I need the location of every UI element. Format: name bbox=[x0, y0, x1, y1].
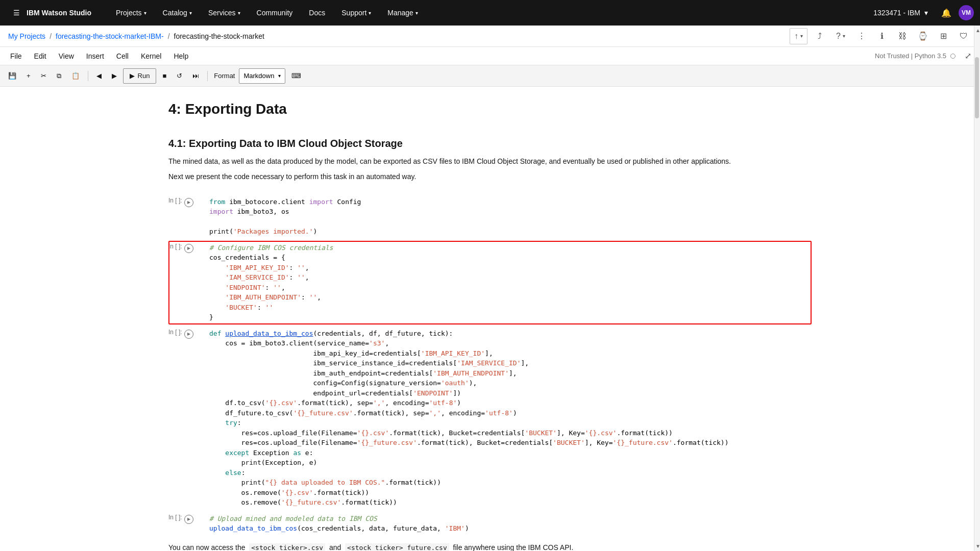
menu-insert[interactable]: Insert bbox=[80, 47, 110, 65]
hamburger-menu-button[interactable]: ☰ bbox=[6, 0, 27, 26]
restart-button[interactable]: ↺ bbox=[173, 68, 186, 84]
top-nav-menu: Projects ▾ Catalog ▾ Services ▾ Communit… bbox=[108, 0, 867, 26]
code-block-4[interactable]: # Upload mined and modeled data to IBM C… bbox=[204, 512, 812, 536]
help-button[interactable]: ? ▾ bbox=[832, 28, 849, 44]
nav-projects[interactable]: Projects ▾ bbox=[108, 0, 155, 26]
copy-icon: ⧉ bbox=[57, 72, 61, 80]
notebook-content: 4: Exporting Data 4.1: Exporting Data to… bbox=[138, 97, 842, 551]
chevron-down-icon: ▾ bbox=[278, 73, 281, 79]
scrollbar-thumb[interactable] bbox=[975, 57, 979, 118]
code-block-1[interactable]: from ibm_botocore.client import Config i… bbox=[204, 195, 812, 239]
history-button[interactable]: ⌚ bbox=[915, 28, 931, 44]
step-forward-button[interactable]: ▶ bbox=[108, 68, 121, 84]
chevron-down-icon: ▾ bbox=[369, 10, 371, 16]
cut-cell-button[interactable]: ✂ bbox=[37, 68, 51, 84]
share-button[interactable]: ⤴ bbox=[812, 28, 828, 44]
step-back-button[interactable]: ◀ bbox=[92, 68, 106, 84]
nav-manage[interactable]: Manage ▾ bbox=[379, 0, 426, 26]
footer-text: You can now access the <stock ticker>.cs… bbox=[168, 542, 812, 551]
run-all-button[interactable]: ⏭ bbox=[188, 68, 203, 84]
cell-label-text: In [ ]: bbox=[168, 243, 182, 250]
scroll-down-button[interactable]: ▼ bbox=[975, 543, 980, 549]
chevron-down-icon: ▾ bbox=[924, 9, 928, 17]
copy-cell-button[interactable]: ⧉ bbox=[53, 68, 65, 84]
upload-button[interactable]: ↑ ▾ bbox=[790, 28, 807, 44]
menu-kernel[interactable]: Kernel bbox=[135, 47, 167, 65]
kernel-status-indicator bbox=[950, 54, 955, 59]
add-cell-button[interactable]: + bbox=[22, 68, 35, 84]
description-para2: Next we present the code necessary to pe… bbox=[168, 171, 812, 182]
notification-bell-button[interactable]: 🔔 bbox=[936, 0, 957, 26]
cell-label-1: In [ ]: bbox=[168, 195, 204, 207]
more-options-button[interactable]: ⋮ bbox=[853, 28, 870, 44]
keyboard-shortcut-button[interactable]: ⌨ bbox=[287, 68, 305, 84]
breadcrumb-separator: / bbox=[50, 32, 52, 40]
code-cell-2: In [ ]: # Configure IBM COS credentials … bbox=[168, 241, 812, 324]
cell-label-text: In [ ]: bbox=[168, 329, 182, 336]
toolbar-separator bbox=[88, 71, 88, 81]
nav-support[interactable]: Support ▾ bbox=[333, 0, 379, 26]
brand-text: IBM Watson Studio bbox=[27, 9, 91, 17]
menu-file[interactable]: File bbox=[4, 47, 28, 65]
upload-icon: ↑ bbox=[794, 32, 798, 41]
code-block-3[interactable]: def upload_data_to_ibm_cos(credentials, … bbox=[204, 327, 812, 510]
section-heading-cell: 4: Exporting Data bbox=[168, 97, 812, 134]
avatar[interactable]: VM bbox=[959, 5, 974, 20]
run-button[interactable]: ▶ Run bbox=[123, 68, 157, 84]
user-account-button[interactable]: 1323471 - IBM ▾ bbox=[867, 0, 934, 26]
code-block-2[interactable]: # Configure IBM COS credentials cos_cred… bbox=[204, 241, 812, 324]
trust-status: Not Trusted | Python 3.5 bbox=[875, 52, 946, 60]
info-button[interactable]: ℹ bbox=[874, 28, 890, 44]
cell-type-select[interactable]: Markdown ▾ bbox=[239, 68, 285, 84]
run-all-icon: ⏭ bbox=[192, 72, 199, 80]
scroll-up-button[interactable]: ▲ bbox=[975, 28, 980, 33]
menu-cell[interactable]: Cell bbox=[110, 47, 135, 65]
nav-docs[interactable]: Docs bbox=[301, 0, 333, 26]
link-button[interactable]: ⛓ bbox=[894, 28, 911, 44]
run-cell-2-button[interactable] bbox=[184, 244, 193, 253]
breadcrumb-my-projects[interactable]: My Projects bbox=[8, 32, 45, 40]
notebook-area: 4: Exporting Data 4.1: Exporting Data to… bbox=[0, 87, 980, 551]
chevron-down-icon: ▾ bbox=[843, 33, 845, 39]
grid-button[interactable]: ⊞ bbox=[935, 28, 951, 44]
cell-label-text: In [ ]: bbox=[168, 514, 182, 521]
cell-label-text: In [ ]: bbox=[168, 197, 182, 204]
code-cell-1: In [ ]: from ibm_botocore.client import … bbox=[168, 195, 812, 239]
chevron-down-icon: ▾ bbox=[415, 10, 418, 16]
help-icon: ? bbox=[836, 32, 841, 41]
code-cell-3: In [ ]: def upload_data_to_ibm_cos(crede… bbox=[168, 327, 812, 510]
shield-button[interactable]: 🛡 bbox=[955, 28, 972, 44]
restart-icon: ↺ bbox=[177, 72, 182, 80]
chevron-down-icon: ▾ bbox=[144, 10, 146, 16]
breadcrumb-project-name[interactable]: forecasting-the-stock-market-IBM- bbox=[56, 32, 164, 40]
save-button[interactable]: 💾 bbox=[4, 68, 20, 84]
plus-icon: + bbox=[27, 72, 31, 80]
scissors-icon: ✂ bbox=[41, 72, 46, 80]
nav-community[interactable]: Community bbox=[249, 0, 301, 26]
menu-help[interactable]: Help bbox=[167, 47, 194, 65]
step-forward-icon: ▶ bbox=[112, 72, 117, 80]
menu-edit[interactable]: Edit bbox=[28, 47, 53, 65]
stop-button[interactable]: ■ bbox=[158, 68, 170, 84]
top-navigation: ☰ IBM Watson Studio Projects ▾ Catalog ▾… bbox=[0, 0, 980, 26]
run-cell-3-button[interactable] bbox=[184, 330, 193, 339]
step-back-icon: ◀ bbox=[96, 72, 102, 80]
paste-cell-button[interactable]: 📋 bbox=[67, 68, 84, 84]
notebook-toolbar: 💾 + ✂ ⧉ 📋 ◀ ▶ ▶ Run ■ ↺ ⏭ Format Markdow… bbox=[0, 65, 980, 87]
breadcrumb-actions: ↑ ▾ ⤴ ? ▾ ⋮ ℹ ⛓ ⌚ ⊞ 🛡 bbox=[790, 28, 972, 44]
notebook-menubar: File Edit View Insert Cell Kernel Help N… bbox=[0, 47, 980, 65]
code-cell-4: In [ ]: # Upload mined and modeled data … bbox=[168, 512, 812, 536]
user-label: 1323471 - IBM bbox=[873, 9, 920, 17]
menu-view[interactable]: View bbox=[53, 47, 80, 65]
breadcrumb-separator: / bbox=[168, 32, 170, 40]
breadcrumb-current-notebook: forecasting-the-stock-market bbox=[174, 32, 264, 40]
stop-icon: ■ bbox=[162, 72, 166, 80]
cell-label-3: In [ ]: bbox=[168, 327, 204, 339]
subsection-title: 4.1: Exporting Data to IBM Cloud Object … bbox=[168, 138, 812, 149]
run-cell-4-button[interactable] bbox=[184, 515, 193, 524]
chevron-down-icon: ▾ bbox=[800, 33, 803, 39]
subsection-heading-cell: 4.1: Exporting Data to IBM Cloud Object … bbox=[168, 134, 812, 195]
nav-catalog[interactable]: Catalog ▾ bbox=[155, 0, 200, 26]
nav-services[interactable]: Services ▾ bbox=[200, 0, 249, 26]
run-cell-1-button[interactable] bbox=[184, 198, 193, 207]
